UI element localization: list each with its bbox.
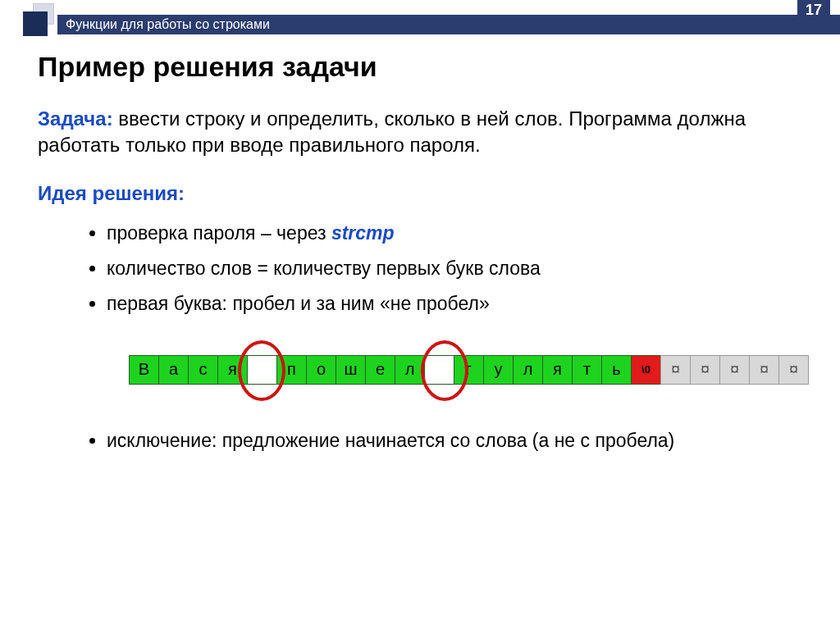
char-cell: я: [542, 355, 573, 385]
char-cell: В: [129, 355, 159, 385]
slide-content: Пример решения задачи Задача: ввести стр…: [0, 39, 840, 455]
code-fn-name: strcmp: [331, 222, 395, 244]
string-terminator-cell: \0: [631, 355, 661, 385]
header-subtitle: Функции для работы со строками: [66, 17, 270, 32]
char-cell: а: [158, 355, 189, 385]
header-decor-square-dark: [23, 11, 48, 36]
garbage-cell: ¤: [719, 355, 750, 385]
garbage-cell: ¤: [749, 355, 779, 385]
idea-bullets: проверка пароля – через strcmp количеств…: [38, 218, 802, 318]
task-block: Задача: ввести строку и определить, скол…: [38, 106, 802, 159]
garbage-cell: ¤: [660, 355, 691, 385]
bullet-item: количество слов = количеству первых букв…: [107, 253, 802, 284]
garbage-cell: ¤: [778, 355, 809, 385]
char-cell: е: [365, 355, 395, 385]
highlight-circle-icon: [421, 340, 468, 401]
task-label: Задача:: [38, 107, 113, 130]
char-cell: с: [188, 355, 218, 385]
task-text: ввести строку и определить, сколько в не…: [38, 107, 746, 156]
bullet-text: исключение: предложение начинается со сл…: [107, 430, 674, 451]
header-strip: Функции для работы со строками: [57, 15, 840, 34]
idea-label: Идея решения:: [38, 180, 802, 207]
char-cell: ь: [601, 355, 632, 385]
char-cell: л: [513, 355, 543, 385]
char-cell: т: [572, 355, 602, 385]
diagram-cells: Васяпошелгулять\0¤¤¤¤¤: [130, 355, 809, 385]
slide-header: Функции для работы со строками 17: [0, 0, 840, 39]
slide-title: Пример решения задачи: [38, 51, 802, 83]
bullet-item: проверка пароля – через strcmp: [107, 218, 802, 248]
idea-bullets-after: исключение: предложение начинается со сл…: [38, 426, 802, 456]
bullet-item: исключение: предложение начинается со сл…: [107, 426, 802, 456]
page-number: 17: [797, 0, 830, 21]
string-diagram: Васяпошелгулять\0¤¤¤¤¤: [97, 334, 810, 408]
garbage-cell: ¤: [690, 355, 720, 385]
bullet-item: первая буква: пробел и за ним «не пробел…: [107, 289, 802, 319]
bullet-text: проверка пароля – через: [107, 222, 331, 244]
bullet-text: первая буква: пробел и за ним «не пробел…: [107, 293, 490, 314]
char-cell: о: [306, 355, 336, 385]
bullet-text: количество слов = количеству первых букв…: [107, 258, 541, 279]
highlight-circle-icon: [238, 340, 285, 401]
char-cell: ш: [336, 355, 366, 385]
char-cell: у: [483, 355, 514, 385]
